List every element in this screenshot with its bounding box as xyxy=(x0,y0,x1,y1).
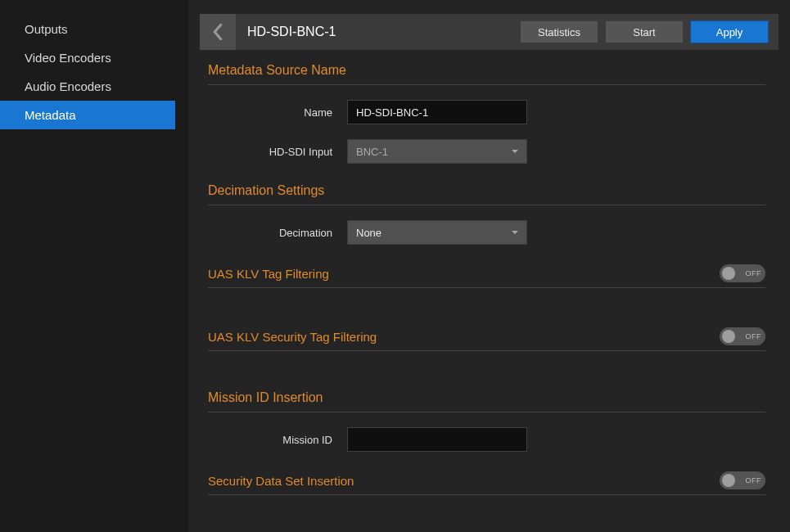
label-mission-id: Mission ID xyxy=(208,434,347,446)
form-area: Metadata Source Name Name HD-SDI Input B… xyxy=(188,50,790,532)
toggle-uas-klv-sec-tag[interactable]: OFF xyxy=(720,327,765,345)
sidebar-item-video-encoders[interactable]: Video Encoders xyxy=(0,43,188,72)
section-uas-klv-sec-tag: UAS KLV Security Tag Filtering OFF xyxy=(208,327,765,351)
label-hd-sdi-input: HD-SDI Input xyxy=(208,146,347,158)
section-mission-id: Mission ID Insertion Mission ID xyxy=(208,390,765,452)
row-uas-klv-tag: UAS KLV Tag Filtering OFF xyxy=(208,264,765,288)
row-decimation: Decimation None xyxy=(208,220,765,245)
sidebar-item-metadata[interactable]: Metadata xyxy=(0,101,175,129)
toggle-knob xyxy=(722,330,735,343)
row-hd-sdi-input: HD-SDI Input BNC-1 xyxy=(208,139,765,164)
select-value: BNC-1 xyxy=(356,146,388,158)
section-security-data: Security Data Set Insertion OFF xyxy=(208,471,765,495)
sidebar-item-audio-encoders[interactable]: Audio Encoders xyxy=(0,72,188,101)
toggle-state-label: OFF xyxy=(746,476,762,485)
back-button[interactable] xyxy=(200,14,236,50)
row-security-data: Security Data Set Insertion OFF xyxy=(208,471,765,495)
heading-security-data: Security Data Set Insertion xyxy=(208,474,354,488)
heading-uas-klv-tag: UAS KLV Tag Filtering xyxy=(208,267,329,281)
chevron-left-icon xyxy=(212,24,223,40)
toggle-state-label: OFF xyxy=(746,269,762,277)
header-bar: HD-SDI-BNC-1 Statistics Start Apply xyxy=(200,14,779,50)
content-area: HD-SDI-BNC-1 Statistics Start Apply Meta… xyxy=(188,0,790,532)
section-uas-klv-tag: UAS KLV Tag Filtering OFF xyxy=(208,264,765,288)
section-heading-mission: Mission ID Insertion xyxy=(208,390,765,413)
row-uas-klv-sec-tag: UAS KLV Security Tag Filtering OFF xyxy=(208,327,765,351)
sidebar: Outputs Video Encoders Audio Encoders Me… xyxy=(0,0,188,532)
statistics-button[interactable]: Statistics xyxy=(520,20,598,43)
mission-id-input[interactable] xyxy=(347,427,527,452)
section-decimation: Decimation Settings Decimation None xyxy=(208,183,765,245)
label-decimation: Decimation xyxy=(208,227,347,239)
decimation-select[interactable]: None xyxy=(347,220,527,245)
caret-down-icon xyxy=(512,231,518,234)
hd-sdi-input-select[interactable]: BNC-1 xyxy=(347,139,527,164)
name-input[interactable] xyxy=(347,100,527,124)
toggle-state-label: OFF xyxy=(746,332,762,340)
sidebar-item-outputs[interactable]: Outputs xyxy=(0,15,188,43)
select-value: None xyxy=(356,227,381,239)
toggle-knob xyxy=(722,267,735,280)
apply-button[interactable]: Apply xyxy=(690,20,769,43)
section-metadata-source: Metadata Source Name Name HD-SDI Input B… xyxy=(208,63,765,164)
heading-uas-klv-sec-tag: UAS KLV Security Tag Filtering xyxy=(208,330,377,344)
caret-down-icon xyxy=(512,150,518,153)
section-heading-source: Metadata Source Name xyxy=(208,63,765,85)
row-name: Name xyxy=(208,100,765,124)
row-mission-id: Mission ID xyxy=(208,427,765,452)
page-title: HD-SDI-BNC-1 xyxy=(247,25,520,39)
toggle-knob xyxy=(722,474,735,487)
section-heading-decimation: Decimation Settings xyxy=(208,183,765,205)
toggle-security-data[interactable]: OFF xyxy=(720,471,765,489)
toggle-uas-klv-tag[interactable]: OFF xyxy=(720,264,765,282)
label-name: Name xyxy=(208,106,347,119)
start-button[interactable]: Start xyxy=(605,20,684,43)
header-buttons: Statistics Start Apply xyxy=(520,20,779,43)
